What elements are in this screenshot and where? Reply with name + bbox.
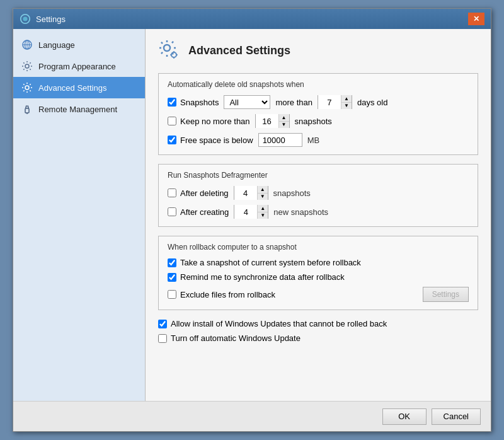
- after-deleting-unit: snapshots: [273, 188, 311, 198]
- turn-off-auto-update-label[interactable]: Turn off automatic Windows Update: [158, 333, 301, 343]
- after-deleting-label[interactable]: After deleting: [168, 188, 229, 198]
- keep-no-more-label[interactable]: Keep no more than: [168, 117, 250, 126]
- allow-windows-updates-label[interactable]: Allow install of Windows Updates that ca…: [158, 319, 387, 328]
- after-creating-text: After creating: [180, 207, 229, 217]
- days-spinner[interactable]: 7 ▲ ▼: [318, 95, 352, 109]
- cancel-button[interactable]: Cancel: [432, 408, 481, 425]
- snapshots-checkbox-label[interactable]: Snapshots: [168, 98, 219, 107]
- turn-off-auto-update-row: Turn off automatic Windows Update: [158, 333, 478, 343]
- after-deleting-down-button[interactable]: ▼: [258, 193, 268, 200]
- sidebar-item-label: Program Appearance: [38, 62, 116, 71]
- allow-windows-updates-row: Allow install of Windows Updates that ca…: [158, 319, 478, 328]
- remind-checkbox[interactable]: [168, 273, 176, 282]
- remind-label[interactable]: Remind me to synchronize data after roll…: [168, 272, 345, 282]
- keep-count-up-button[interactable]: ▲: [279, 114, 289, 121]
- after-creating-unit: new snapshots: [273, 207, 328, 217]
- after-creating-row: After creating 4 ▲ ▼ new snapshots: [168, 205, 469, 219]
- turn-off-auto-update-checkbox[interactable]: [158, 334, 167, 343]
- after-creating-up-button[interactable]: ▲: [258, 205, 268, 212]
- sidebar-item-language[interactable]: Language: [13, 34, 145, 55]
- sidebar: Language Program Appearance: [13, 29, 146, 401]
- svg-rect-8: [25, 108, 29, 113]
- take-snapshot-text: Take a snapshot of current system before…: [180, 258, 361, 267]
- keep-no-more-checkbox[interactable]: [168, 117, 176, 125]
- snapshots-row: Snapshots All System User more than 7 ▲ …: [168, 95, 469, 109]
- main-title: Advanced Settings: [188, 44, 290, 57]
- keep-count-spinner[interactable]: 16 ▲ ▼: [255, 114, 290, 128]
- window-title: Settings: [36, 14, 66, 24]
- svg-rect-13: [28, 105, 29, 107]
- sidebar-item-program-appearance[interactable]: Program Appearance: [13, 55, 145, 77]
- after-creating-down-button[interactable]: ▼: [258, 212, 268, 219]
- svg-point-14: [164, 45, 170, 51]
- svg-point-15: [171, 52, 176, 57]
- sidebar-item-remote-management[interactable]: Remote Management: [13, 98, 145, 120]
- free-space-unit: MB: [307, 136, 320, 145]
- sidebar-item-label: Advanced Settings: [38, 83, 106, 93]
- after-creating-label[interactable]: After creating: [168, 207, 229, 217]
- titlebar-left: Settings: [20, 13, 66, 25]
- free-space-row: Free space is below 10000 MB: [168, 133, 469, 147]
- days-input[interactable]: 7: [318, 95, 341, 109]
- allow-windows-updates-text: Allow install of Windows Updates that ca…: [171, 319, 387, 328]
- keep-count-down-button[interactable]: ▼: [279, 121, 289, 128]
- days-old-label: days old: [357, 98, 387, 107]
- gear-icon: [21, 81, 33, 94]
- after-deleting-spinner[interactable]: 4 ▲ ▼: [234, 186, 268, 200]
- snapshots-dropdown[interactable]: All System User: [224, 95, 270, 109]
- snapshots-checkbox[interactable]: [168, 98, 176, 107]
- ok-button[interactable]: OK: [382, 408, 427, 425]
- after-deleting-spinner-buttons: ▲ ▼: [257, 186, 268, 200]
- auto-delete-section: Automatically delete old snapshots when …: [158, 73, 478, 155]
- svg-rect-12: [26, 105, 27, 107]
- footer: OK Cancel: [13, 401, 491, 431]
- after-creating-input[interactable]: 4: [234, 205, 257, 219]
- keep-count-input[interactable]: 16: [256, 114, 278, 128]
- take-snapshot-row: Take a snapshot of current system before…: [168, 258, 469, 267]
- after-deleting-checkbox[interactable]: [168, 188, 176, 197]
- after-creating-checkbox[interactable]: [168, 207, 176, 216]
- content-area: Language Program Appearance: [13, 29, 491, 401]
- settings-window: Settings ✕ Language: [13, 8, 491, 432]
- exclude-label[interactable]: Exclude files from rollback: [168, 290, 418, 299]
- remind-row: Remind me to synchronize data after roll…: [168, 272, 469, 282]
- days-up-button[interactable]: ▲: [341, 95, 352, 102]
- days-down-button[interactable]: ▼: [341, 102, 352, 109]
- globe-icon: [21, 38, 33, 51]
- main-panel: Advanced Settings Automatically delete o…: [146, 29, 491, 401]
- main-header: Advanced Settings: [158, 39, 478, 62]
- after-deleting-input[interactable]: 4: [234, 186, 257, 200]
- advanced-settings-icon: [158, 39, 181, 62]
- rollback-settings-button[interactable]: Settings: [423, 287, 469, 302]
- keep-count-spinner-buttons: ▲ ▼: [278, 114, 289, 128]
- svg-point-6: [25, 64, 29, 68]
- keep-no-more-text: Keep no more than: [180, 117, 250, 126]
- rollback-section: When rollback computer to a snapshot Tak…: [158, 236, 478, 310]
- exclude-text: Exclude files from rollback: [180, 290, 275, 299]
- take-snapshot-checkbox[interactable]: [168, 258, 176, 267]
- free-space-input[interactable]: 10000: [258, 133, 302, 147]
- after-creating-spinner[interactable]: 4 ▲ ▼: [234, 205, 268, 219]
- svg-point-1: [23, 16, 27, 21]
- exclude-row: Exclude files from rollback Settings: [168, 287, 469, 302]
- sidebar-item-advanced-settings[interactable]: Advanced Settings: [13, 77, 145, 98]
- turn-off-auto-update-text: Turn off automatic Windows Update: [171, 333, 301, 343]
- allow-windows-updates-checkbox[interactable]: [158, 320, 167, 328]
- after-deleting-row: After deleting 4 ▲ ▼ snapshots: [168, 186, 469, 200]
- close-button[interactable]: ✕: [468, 13, 484, 25]
- keep-snapshots-label: snapshots: [295, 117, 332, 126]
- free-space-label[interactable]: Free space is below: [168, 136, 253, 145]
- plug-icon: [21, 103, 33, 115]
- after-deleting-up-button[interactable]: ▲: [258, 186, 268, 193]
- more-than-label: more than: [275, 98, 312, 107]
- keep-no-more-row: Keep no more than 16 ▲ ▼ snapshots: [168, 114, 469, 128]
- after-creating-spinner-buttons: ▲ ▼: [257, 205, 268, 219]
- free-space-text: Free space is below: [180, 136, 253, 145]
- free-space-checkbox[interactable]: [168, 136, 176, 144]
- rollback-legend: When rollback computer to a snapshot: [168, 243, 469, 252]
- days-spinner-buttons: ▲ ▼: [341, 95, 352, 109]
- snapshots-label: Snapshots: [180, 98, 219, 107]
- titlebar: Settings ✕: [13, 9, 491, 29]
- exclude-checkbox[interactable]: [168, 290, 176, 299]
- take-snapshot-label[interactable]: Take a snapshot of current system before…: [168, 258, 361, 267]
